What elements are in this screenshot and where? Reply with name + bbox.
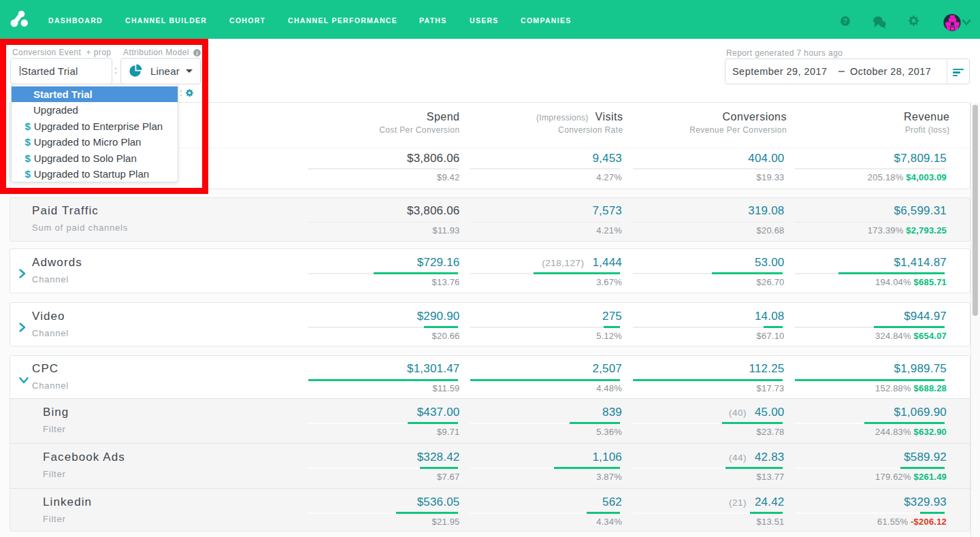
- svg-text:?: ?: [843, 17, 847, 25]
